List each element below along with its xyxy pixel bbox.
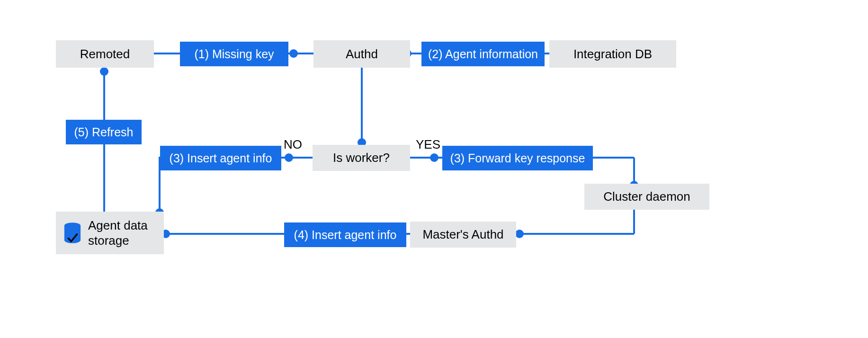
svg-point-1: [289, 49, 298, 58]
svg-point-13: [430, 153, 438, 162]
svg-point-7: [100, 67, 108, 76]
node-label: Is worker?: [333, 151, 390, 165]
edge-label: (1) Missing key: [194, 47, 274, 61]
node-label: Authd: [346, 47, 378, 62]
node-label: Integration DB: [573, 47, 652, 62]
node-label: Master's Authd: [422, 227, 503, 242]
node-label: Agent data storage: [88, 218, 156, 249]
edge-label: (3) Forward key response: [450, 151, 585, 165]
svg-point-9: [285, 153, 293, 162]
edge-label: (2) Agent information: [428, 47, 538, 61]
node-remoted: Remoted: [56, 40, 154, 68]
node-label: Cluster daemon: [603, 189, 690, 204]
edge-missing-key: (1) Missing key: [180, 42, 288, 66]
edge-label: (4) Insert agent info: [294, 228, 397, 242]
edge-insert-agent-info-b: (4) Insert agent info: [284, 222, 406, 247]
edge-refresh: (5) Refresh: [66, 120, 142, 144]
svg-point-18: [515, 230, 524, 238]
node-authd: Authd: [313, 40, 410, 68]
node-masters-authd: Master's Authd: [410, 222, 516, 248]
branch-label-yes: YES: [416, 137, 440, 152]
edge-agent-information: (2) Agent information: [421, 42, 545, 66]
node-integration-db: Integration DB: [549, 40, 676, 68]
branch-label-no: NO: [284, 137, 302, 152]
node-is-worker: Is worker?: [313, 145, 410, 171]
edge-forward-key-response: (3) Forward key response: [442, 146, 593, 170]
edge-label: (5) Refresh: [74, 125, 133, 139]
database-icon: [63, 222, 81, 244]
node-agent-data-storage: Agent data storage: [56, 212, 164, 254]
edge-label: (3) Insert agent info: [170, 151, 272, 165]
node-cluster-daemon: Cluster daemon: [584, 184, 709, 210]
node-label: Remoted: [80, 47, 130, 62]
edge-insert-agent-info-a: (3) Insert agent info: [160, 146, 281, 170]
